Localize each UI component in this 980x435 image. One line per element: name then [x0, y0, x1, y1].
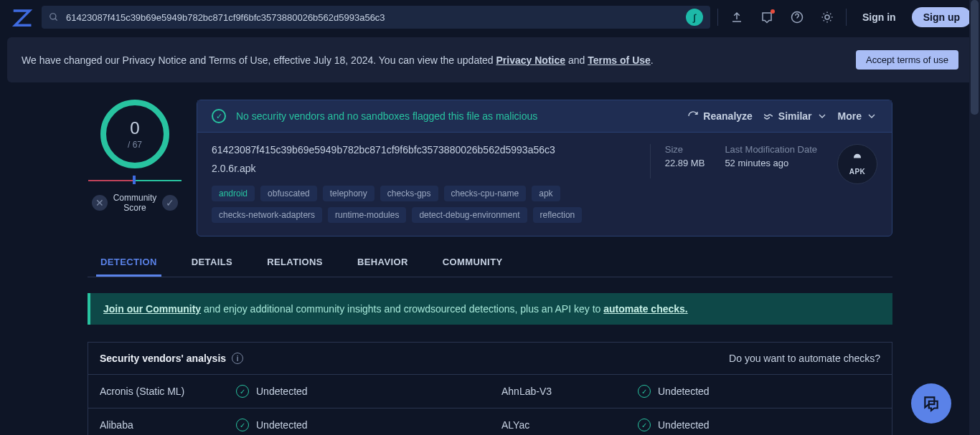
community-score-label: CommunityScore	[113, 193, 157, 213]
tag-list: androidobfuscatedtelephonychecks-gpschec…	[212, 186, 636, 223]
notice-text-part: and	[565, 54, 588, 66]
vote-down-icon[interactable]: ✕	[92, 195, 108, 211]
notifications-icon[interactable]	[755, 6, 778, 29]
privacy-notice-banner: We have changed our Privacy Notice and T…	[7, 37, 973, 82]
tab-behavior[interactable]: BEHAVIOR	[353, 249, 413, 277]
tag-detect-debug-environment[interactable]: detect-debug-environment	[412, 207, 527, 223]
privacy-notice-link[interactable]: Privacy Notice	[496, 54, 566, 66]
file-summary-card: ✓ No security vendors and no sandboxes f…	[197, 100, 892, 236]
check-icon: ✓	[638, 385, 651, 398]
file-type-badge: APK	[837, 144, 877, 184]
notice-text-part: We have changed our Privacy Notice and T…	[22, 54, 496, 66]
clean-check-icon: ✓	[212, 109, 226, 123]
vote-up-icon[interactable]: ✓	[162, 195, 178, 211]
accept-terms-button[interactable]: Accept terms of use	[856, 50, 958, 70]
search-icon	[49, 12, 59, 22]
tag-obfuscated[interactable]: obfuscated	[260, 186, 317, 201]
divider	[846, 9, 847, 26]
site-logo[interactable]	[9, 4, 34, 30]
waves-icon	[763, 110, 774, 122]
signup-button[interactable]: Sign up	[912, 7, 971, 27]
vendor-name: Acronis (Static ML)	[100, 386, 236, 397]
svg-line-1	[55, 19, 57, 21]
detections-count: 0	[130, 118, 139, 138]
detection-score-ring: 0 / 67	[100, 100, 169, 168]
vendor-status: ✓Undetected	[638, 419, 710, 431]
file-hash: 61423087f415c39b69e5949b782bc871cf9f6bfc…	[212, 144, 636, 156]
notice-text-part: .	[651, 54, 654, 66]
file-size: Size 22.89 MB	[665, 144, 705, 168]
tag-reflection[interactable]: reflection	[533, 207, 583, 223]
tab-bar: DETECTIONDETAILSRELATIONSBEHAVIORCOMMUNI…	[88, 249, 892, 277]
refresh-icon	[687, 110, 699, 122]
help-icon[interactable]	[786, 6, 809, 29]
check-icon: ✓	[236, 385, 249, 398]
vpn-icon[interactable]: ∫	[686, 9, 703, 26]
vendor-status: ✓Undetected	[638, 385, 710, 398]
top-header: ∫ Sign in Sign up	[0, 0, 980, 34]
vendor-name: ALYac	[501, 419, 638, 431]
score-column: 0 / 67 ✕ CommunityScore ✓	[88, 100, 182, 236]
automate-checks-prompt[interactable]: Do you want to automate checks?	[729, 353, 880, 364]
analysis-header: Security vendors' analysis i Do you want…	[88, 343, 892, 375]
tag-checks-cpu-name[interactable]: checks-cpu-name	[444, 186, 527, 201]
tag-runtime-modules[interactable]: runtime-modules	[328, 207, 406, 223]
tab-relations[interactable]: RELATIONS	[263, 249, 327, 277]
tab-detection[interactable]: DETECTION	[96, 249, 161, 277]
tag-android[interactable]: android	[212, 186, 255, 201]
check-icon: ✓	[236, 419, 249, 431]
chat-fab[interactable]	[911, 383, 951, 424]
android-icon	[850, 153, 864, 167]
vendor-status: ✓Undetected	[236, 385, 308, 398]
terms-link[interactable]: Terms of Use	[588, 54, 651, 66]
similar-button[interactable]: Similar	[763, 110, 828, 122]
upload-icon[interactable]	[725, 6, 748, 29]
more-button[interactable]: More	[838, 110, 877, 122]
vendor-row: Alibaba✓UndetectedALYac✓Undetected	[88, 408, 892, 435]
tab-details[interactable]: DETAILS	[187, 249, 237, 277]
chevron-down-icon	[866, 110, 877, 122]
signin-button[interactable]: Sign in	[854, 7, 905, 27]
search-input[interactable]	[66, 12, 679, 23]
search-bar[interactable]: ∫	[42, 6, 710, 29]
info-icon[interactable]: i	[232, 353, 243, 364]
notification-dot	[771, 9, 775, 14]
summary-top-bar: ✓ No security vendors and no sandboxes f…	[197, 100, 892, 133]
vendor-analysis-section: Security vendors' analysis i Do you want…	[88, 342, 892, 435]
tag-checks-network-adapters[interactable]: checks-network-adapters	[212, 207, 322, 223]
vendor-status: ✓Undetected	[236, 419, 308, 431]
tag-apk[interactable]: apk	[532, 186, 560, 201]
chevron-down-icon	[816, 110, 828, 122]
summary-body: 61423087f415c39b69e5949b782bc871cf9f6bfc…	[197, 133, 892, 236]
vendor-row: Acronis (Static ML)✓UndetectedAhnLab-V3✓…	[88, 375, 892, 408]
svg-point-3	[825, 15, 829, 19]
divider	[650, 144, 651, 178]
file-name: 2.0.6r.apk	[212, 163, 636, 174]
join-community-banner: Join our Community and enjoy additional …	[88, 293, 892, 325]
svg-point-0	[50, 14, 56, 19]
vendor-name: Alibaba	[100, 419, 236, 431]
detections-total: / 67	[128, 140, 142, 150]
notice-text: We have changed our Privacy Notice and T…	[22, 54, 654, 66]
vertical-scrollbar[interactable]	[969, 0, 980, 435]
theme-toggle-icon[interactable]	[816, 6, 839, 29]
tag-telephony[interactable]: telephony	[323, 186, 374, 201]
join-community-link[interactable]: Join our Community	[103, 303, 201, 315]
community-score-slider	[88, 177, 182, 184]
join-text: and enjoy additional community insights …	[201, 303, 603, 315]
last-modified: Last Modification Date 52 minutes ago	[725, 144, 817, 168]
vendor-cell: ALYac✓Undetected	[490, 408, 892, 435]
vendor-name: AhnLab-V3	[501, 386, 638, 397]
divider	[717, 9, 718, 26]
vendor-cell: Alibaba✓Undetected	[88, 408, 490, 435]
flag-status-text: No security vendors and no sandboxes fla…	[236, 110, 677, 122]
reanalyze-button[interactable]: Reanalyze	[687, 110, 752, 122]
analysis-title: Security vendors' analysis i	[100, 353, 243, 364]
vendor-cell: AhnLab-V3✓Undetected	[490, 375, 892, 408]
vendor-cell: Acronis (Static ML)✓Undetected	[88, 375, 490, 408]
tab-community[interactable]: COMMUNITY	[438, 249, 507, 277]
summary-region: 0 / 67 ✕ CommunityScore ✓ ✓ No security …	[88, 100, 892, 236]
tag-checks-gps[interactable]: checks-gps	[380, 186, 438, 201]
automate-checks-link[interactable]: automate checks.	[603, 303, 688, 315]
scrollbar-thumb[interactable]	[971, 0, 979, 115]
